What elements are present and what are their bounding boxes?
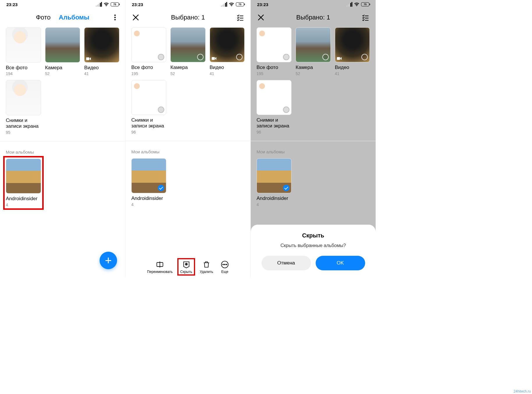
hide-label: Скрыть <box>180 270 192 274</box>
wifi-icon <box>229 2 234 6</box>
svg-point-1 <box>114 17 116 18</box>
status-bar: 23:23 75 <box>126 0 250 9</box>
signal-icon <box>221 2 227 7</box>
album-thumbnail <box>6 27 41 63</box>
album-all-photos[interactable]: Все фото 195 <box>131 27 166 76</box>
selection-circle-checked[interactable] <box>158 185 164 191</box>
signal-icon <box>96 2 102 7</box>
album-thumbnail <box>257 27 291 62</box>
album-thumbnail <box>296 27 330 62</box>
album-thumbnail <box>6 159 41 194</box>
album-thumbnail <box>335 27 370 62</box>
album-thumbnail <box>131 27 166 62</box>
album-title: Androidinsider <box>6 196 41 202</box>
album-title: Снимки и записи экрана <box>131 117 166 129</box>
divider <box>0 141 125 141</box>
selection-circle[interactable] <box>158 107 164 113</box>
album-video[interactable]: Видео 41 <box>335 27 370 76</box>
album-screenshots[interactable]: Снимки и записи экрана 96 <box>131 80 166 134</box>
album-camera[interactable]: Камера 52 <box>296 27 330 76</box>
album-camera[interactable]: Камера 52 <box>170 27 205 76</box>
album-count: 41 <box>210 71 245 76</box>
hide-button-highlighted[interactable]: Скрыть <box>177 258 195 276</box>
album-screenshots[interactable]: Снимки и записи экрана 96 <box>257 80 291 134</box>
selection-circle[interactable] <box>197 54 204 60</box>
tab-photo[interactable]: Фото <box>36 14 51 21</box>
svg-rect-11 <box>337 57 340 60</box>
album-title: Камера <box>45 65 80 71</box>
album-title: Все фото <box>131 65 166 70</box>
content: Все фото 194 Камера 52 Видео 41 Снимки и… <box>0 26 125 277</box>
svg-point-2 <box>114 19 116 20</box>
hide-icon <box>182 260 190 269</box>
album-title: Все фото <box>6 65 41 71</box>
section-my-albums: Мои альбомы <box>6 150 119 155</box>
album-androidinsider[interactable]: Androidinsider 4 <box>131 158 166 207</box>
selection-circle[interactable] <box>322 54 329 60</box>
selection-circle[interactable] <box>361 54 368 60</box>
album-androidinsider-highlighted[interactable]: Androidinsider 4 <box>3 156 44 210</box>
album-thumbnail <box>257 158 291 193</box>
rename-label: Переименовать <box>147 270 173 274</box>
screen-selection: 23:23 75 Выбрано: 1 Все фото 195 Камера … <box>125 0 250 277</box>
delete-button[interactable]: Удалить <box>200 260 213 274</box>
select-all-icon[interactable] <box>236 13 245 22</box>
selection-circle[interactable] <box>283 107 289 113</box>
album-title: Androidinsider <box>131 196 166 201</box>
add-album-fab[interactable]: + <box>100 252 117 269</box>
status-time: 23:23 <box>257 2 268 7</box>
album-thumbnail <box>170 27 205 62</box>
album-count: 96 <box>257 130 291 134</box>
album-thumbnail <box>257 80 291 115</box>
ok-button[interactable]: OK <box>316 256 365 270</box>
tab-albums[interactable]: Альбомы <box>59 14 89 21</box>
album-androidinsider[interactable]: Androidinsider 4 <box>257 158 291 207</box>
album-count: 41 <box>335 71 370 76</box>
album-all-photos[interactable]: Все фото 195 <box>257 27 291 76</box>
select-all-icon[interactable] <box>361 13 370 22</box>
album-video[interactable]: Видео 41 <box>210 27 245 76</box>
selection-title: Выбрано: 1 <box>296 14 330 21</box>
header: Выбрано: 1 <box>126 9 250 26</box>
video-icon <box>86 57 91 61</box>
album-title: Снимки и записи экрана <box>257 117 291 129</box>
header: Выбрано: 1 <box>251 9 376 26</box>
battery-icon: 75 <box>236 2 244 6</box>
album-camera[interactable]: Камера 52 <box>45 27 80 76</box>
svg-point-8 <box>223 264 224 265</box>
cancel-button[interactable]: Отмена <box>261 256 311 270</box>
album-thumbnail <box>84 27 119 63</box>
album-title: Androidinsider <box>257 196 291 201</box>
album-title: Камера <box>296 65 330 70</box>
album-thumbnail <box>6 80 41 115</box>
album-screenshots[interactable]: Снимки и записи экрана 95 <box>6 80 41 134</box>
menu-icon[interactable] <box>111 13 119 22</box>
header: Фото Альбомы <box>0 9 125 26</box>
selection-circle[interactable] <box>158 54 164 60</box>
rename-button[interactable]: Переименовать <box>147 260 173 274</box>
album-count: 4 <box>131 202 166 207</box>
close-icon[interactable] <box>131 13 140 22</box>
svg-point-10 <box>226 264 227 265</box>
content: Все фото 195 Камера 52 Видео 41 Снимки и… <box>126 26 250 277</box>
album-video[interactable]: Видео 41 <box>84 27 119 76</box>
album-thumbnail <box>210 27 245 62</box>
selection-circle[interactable] <box>283 54 289 60</box>
more-button[interactable]: Еще <box>221 260 229 274</box>
album-count: 41 <box>84 71 119 76</box>
confirm-sheet: Скрыть Скрыть выбранные альбомы? Отмена … <box>251 225 376 277</box>
album-title: Видео <box>335 65 370 70</box>
album-count: 195 <box>257 71 291 76</box>
wifi-icon <box>354 2 359 6</box>
selection-circle-checked[interactable] <box>283 185 289 191</box>
selection-circle[interactable] <box>236 54 243 60</box>
svg-rect-3 <box>86 57 89 60</box>
trash-icon <box>202 260 211 269</box>
section-my-albums: Мои альбомы <box>257 149 370 154</box>
album-all-photos[interactable]: Все фото 194 <box>6 27 41 76</box>
album-title: Все фото <box>257 65 291 70</box>
video-icon <box>212 57 216 60</box>
close-icon[interactable] <box>257 13 265 22</box>
album-count: 194 <box>6 71 41 76</box>
sheet-message: Скрыть выбранные альбомы? <box>257 243 370 248</box>
